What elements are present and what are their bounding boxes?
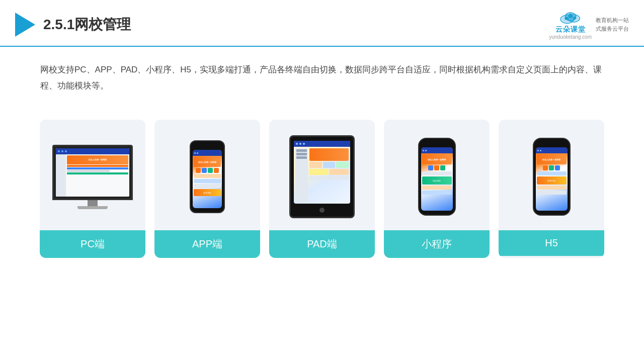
tablet-screen (294, 141, 350, 204)
phone-icons-h5 (537, 165, 567, 170)
logo-url: yunduoketang.com (549, 34, 592, 40)
phone-card-m3 (422, 191, 452, 195)
bar-4 (67, 172, 128, 174)
icon-3 (208, 168, 213, 173)
phone-card-3 (194, 184, 221, 188)
svg-point-7 (565, 17, 568, 20)
tablet-content (294, 147, 350, 204)
tablet-home-btn (319, 208, 325, 213)
phone-header-miniapp (421, 147, 453, 153)
phone-mockup-app: 职达人的第一堂网课 推荐课程 (190, 140, 225, 213)
phone-notch-h5 (546, 143, 557, 145)
header-left: 2.5.1网校管理 (15, 13, 131, 37)
icon-4 (214, 168, 219, 173)
bar-1 (67, 165, 128, 167)
ph5-dot-1 (537, 150, 539, 151)
ts-item-2 (296, 153, 307, 155)
card-label-app: APP端 (154, 230, 260, 258)
card-pad: PAD端 (269, 120, 375, 258)
phone-content-miniapp: 职达人的第一堂网课 精品课程 (421, 153, 453, 196)
tablet-cards-2 (309, 169, 349, 175)
phone-content-app: 职达人的第一堂网课 推荐课程 (193, 156, 222, 197)
pmi-3 (440, 165, 445, 170)
phone-card-m2 (422, 186, 452, 190)
logo-area: 云朵课堂 yunduoketang.com 教育机构一站式服务云平台 (549, 9, 629, 40)
tablet-nav (294, 141, 350, 147)
monitor-main: 职达人的第一堂网课 (66, 154, 129, 197)
ph5i-3 (555, 165, 560, 170)
card-image-pad (269, 120, 375, 230)
phone-card-1 (194, 174, 221, 178)
card-image-app: 职达人的第一堂网课 推荐课程 (154, 120, 260, 230)
monitor-stand (88, 200, 98, 206)
bar-2 (67, 167, 128, 169)
phone-banner-h5: 职达人的第一堂网课 (537, 154, 567, 164)
ts-item-3 (296, 156, 307, 159)
ph-dot-1 (194, 152, 196, 154)
card-image-pc: 职达人的第一堂网课 (40, 120, 145, 230)
icon-1 (196, 168, 201, 173)
tablet-sidebar (295, 148, 308, 202)
header: 2.5.1网校管理 云朵课堂 yunduoketang.com 教育机构一站式服… (0, 0, 644, 47)
ph5-dot-2 (540, 150, 541, 151)
logo-slogan: 教育机构一站式服务云平台 (596, 16, 629, 33)
card-image-miniapp: 职达人的第一堂网课 精品课程 (384, 120, 490, 230)
phone-banner-text-h5: 职达人的第一堂网课 (542, 158, 560, 161)
phone-card-m1 (422, 171, 452, 175)
nav-dot-1 (58, 150, 60, 152)
pc-monitor: 职达人的第一堂网课 (52, 145, 133, 209)
section-number: 2.5.1 (43, 17, 74, 32)
svg-point-8 (573, 17, 576, 20)
description-text: 网校支持PC、APP、PAD、小程序、H5，实现多端打通，产品各终端自由切换，数… (40, 62, 604, 95)
ts-item-1 (296, 149, 307, 152)
monitor-nav-bar (56, 148, 129, 154)
phone-screen-app: 职达人的第一堂网课 推荐课程 (193, 150, 222, 208)
cards-container: 职达人的第一堂网课 (0, 105, 644, 273)
tn-dot-3 (303, 143, 305, 145)
card-label-pc: PC端 (40, 230, 145, 258)
description: 网校支持PC、APP、PAD、小程序、H5，实现多端打通，产品各终端自由切换，数… (0, 47, 644, 105)
title-text: 网校管理 (74, 17, 131, 32)
phone-screen-h5: 职达人的第一堂网课 推荐内容 (536, 147, 568, 211)
tc-2 (323, 162, 336, 168)
card-label-h5: H5 (499, 230, 604, 256)
phone-card-h5-3 (537, 191, 567, 195)
phone-mockup-miniapp: 职达人的第一堂网课 精品课程 (418, 138, 456, 216)
card-app: 职达人的第一堂网课 推荐课程 (154, 120, 260, 258)
card-image-h5: 职达人的第一堂网课 推荐内容 (499, 120, 604, 230)
ph5i-2 (549, 165, 554, 170)
card-h5: 职达人的第一堂网课 推荐内容 (499, 120, 604, 258)
tn-dot-2 (299, 143, 301, 145)
logo-svg (558, 9, 583, 25)
bar-3 (67, 170, 110, 172)
monitor-screen-content: 职达人的第一堂网课 (56, 148, 129, 197)
nav-dot-2 (61, 150, 63, 152)
phone-mockup-h5: 职达人的第一堂网课 推荐内容 (533, 138, 571, 216)
monitor-screen-inner: 职达人的第一堂网课 (56, 148, 129, 197)
phone-notch-app (202, 145, 213, 148)
phone-banner-app: 职达人的第一堂网课 (194, 157, 221, 167)
tc-5 (330, 169, 349, 175)
logo-cloud: 云朵课堂 yunduoketang.com (549, 9, 592, 40)
tablet-cards-1 (309, 162, 349, 168)
tablet-row-3 (309, 176, 349, 180)
card-label-pad: PAD端 (269, 230, 375, 258)
card-pc: 职达人的第一堂网课 (40, 120, 145, 258)
tablet-mockup (289, 135, 355, 218)
card-miniapp: 职达人的第一堂网课 精品课程 (384, 120, 490, 258)
card-label-miniapp: 小程序 (384, 230, 490, 258)
tc-4 (309, 169, 329, 175)
phone-banner-miniapp: 职达人的第一堂网课 (422, 154, 452, 164)
phone-banner-text-app: 职达人的第一堂网课 (198, 161, 216, 163)
tc-3 (336, 162, 349, 168)
phone-banner-text-miniapp: 职达人的第一堂网课 (428, 158, 446, 161)
pmi-2 (434, 165, 439, 170)
play-icon (15, 13, 35, 37)
phone-header-h5 (536, 147, 568, 153)
phone-card-h5-2 (537, 186, 567, 190)
monitor-body: 职达人的第一堂网课 (56, 154, 129, 197)
phone-screen-miniapp: 职达人的第一堂网课 精品课程 (421, 147, 453, 211)
phone-content-h5: 职达人的第一堂网课 推荐内容 (536, 153, 568, 196)
monitor-screen-outer: 职达人的第一堂网课 (52, 145, 133, 200)
ph5i-1 (543, 165, 548, 170)
